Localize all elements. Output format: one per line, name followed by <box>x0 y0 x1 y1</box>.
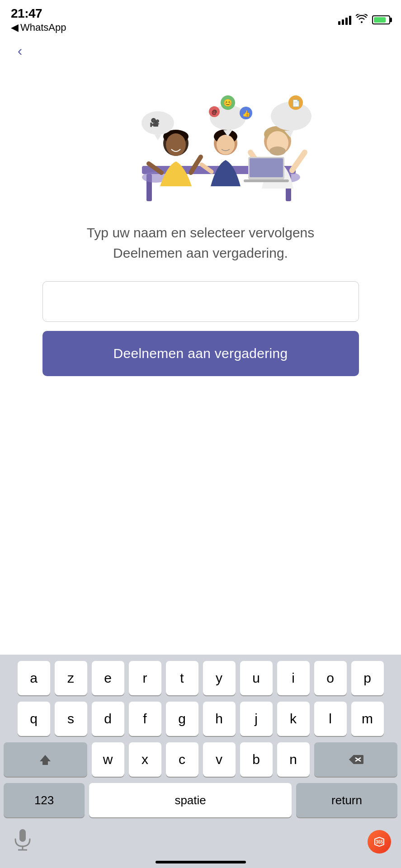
space-key[interactable]: spatie <box>89 783 292 817</box>
svg-marker-24 <box>155 135 161 140</box>
home-indicator <box>156 861 246 863</box>
return-key[interactable]: return <box>296 783 397 817</box>
svg-text:365: 365 <box>376 840 383 844</box>
backspace-key[interactable] <box>314 742 398 777</box>
key-n[interactable]: n <box>277 742 310 777</box>
key-d[interactable]: d <box>92 702 124 736</box>
back-button[interactable]: ‹ <box>11 42 29 60</box>
key-e[interactable]: e <box>92 661 124 695</box>
key-o[interactable]: o <box>314 661 347 695</box>
join-meeting-button[interactable]: Deelnemen aan vergadering <box>42 331 359 376</box>
key-v[interactable]: v <box>203 742 236 777</box>
name-input[interactable] <box>42 281 359 322</box>
svg-rect-22 <box>244 179 289 182</box>
key-f[interactable]: f <box>129 702 161 736</box>
battery-fill <box>374 17 386 23</box>
key-r[interactable]: r <box>129 661 161 695</box>
key-j[interactable]: j <box>240 702 273 736</box>
keyboard-bottom: 365 <box>4 824 397 857</box>
key-h[interactable]: h <box>203 702 236 736</box>
keyboard-row-1: a z e r t y u i o p <box>4 661 397 695</box>
signal-bar-1 <box>338 21 340 25</box>
svg-line-19 <box>292 152 305 170</box>
shift-key[interactable] <box>4 742 87 777</box>
battery-icon <box>372 15 390 24</box>
instruction-text: Typ uw naam en selecteer vervolgens Deel… <box>83 222 318 263</box>
svg-rect-21 <box>250 158 283 177</box>
numbers-key[interactable]: 123 <box>4 783 85 817</box>
key-a[interactable]: a <box>18 661 50 695</box>
back-app-arrow: ◀ <box>11 22 19 33</box>
key-w[interactable]: w <box>92 742 124 777</box>
status-left: 21:47 ◀ WhatsApp <box>11 6 66 33</box>
key-t[interactable]: t <box>166 661 198 695</box>
mic-icon[interactable] <box>13 828 33 853</box>
key-s[interactable]: s <box>55 702 87 736</box>
key-k[interactable]: k <box>277 702 310 736</box>
svg-rect-41 <box>19 829 26 842</box>
svg-text:🎥: 🎥 <box>150 118 160 127</box>
key-q[interactable]: q <box>18 702 50 736</box>
svg-marker-38 <box>40 755 51 765</box>
key-u[interactable]: u <box>240 661 273 695</box>
svg-point-12 <box>217 135 235 155</box>
status-right <box>338 14 390 26</box>
keyboard-row-2: q s d f g h j k l m <box>4 702 397 736</box>
svg-text:📄: 📄 <box>292 99 300 107</box>
status-bar: 21:47 ◀ WhatsApp <box>0 0 401 37</box>
svg-text:👍: 👍 <box>242 110 250 118</box>
main-content: Typ uw naam en selecteer vervolgens Deel… <box>0 213 401 655</box>
key-x[interactable]: x <box>129 742 161 777</box>
keyboard-row-4: 123 spatie return <box>4 783 397 817</box>
signal-bar-2 <box>342 19 344 25</box>
svg-text:😊: 😊 <box>223 99 232 107</box>
svg-point-7 <box>166 133 186 156</box>
keyboard-row-3: w x c v b n <box>4 742 397 777</box>
key-c[interactable]: c <box>166 742 198 777</box>
svg-text:@: @ <box>211 109 217 115</box>
key-i[interactable]: i <box>277 661 310 695</box>
status-time: 21:47 <box>11 6 66 21</box>
key-g[interactable]: g <box>166 702 198 736</box>
key-l[interactable]: l <box>314 702 347 736</box>
illustration-area: 🎥 😊 👍 @ 📄 <box>0 64 401 213</box>
keyboard[interactable]: a z e r t y u i o p q s d f g h j k l m … <box>0 655 401 868</box>
key-m[interactable]: m <box>351 702 384 736</box>
status-whatsapp: ◀ WhatsApp <box>11 22 66 33</box>
office365-badge: 365 <box>368 830 391 854</box>
signal-bars <box>338 15 351 25</box>
key-z[interactable]: z <box>55 661 87 695</box>
wifi-icon <box>356 14 368 26</box>
signal-bar-4 <box>349 16 351 25</box>
nav-bar: ‹ <box>0 37 401 64</box>
key-y[interactable]: y <box>203 661 236 695</box>
key-b[interactable]: b <box>240 742 273 777</box>
signal-bar-3 <box>345 18 348 25</box>
key-p[interactable]: p <box>351 661 384 695</box>
meeting-illustration: 🎥 😊 👍 @ 📄 <box>88 73 314 209</box>
back-app-label: WhatsApp <box>20 22 66 33</box>
